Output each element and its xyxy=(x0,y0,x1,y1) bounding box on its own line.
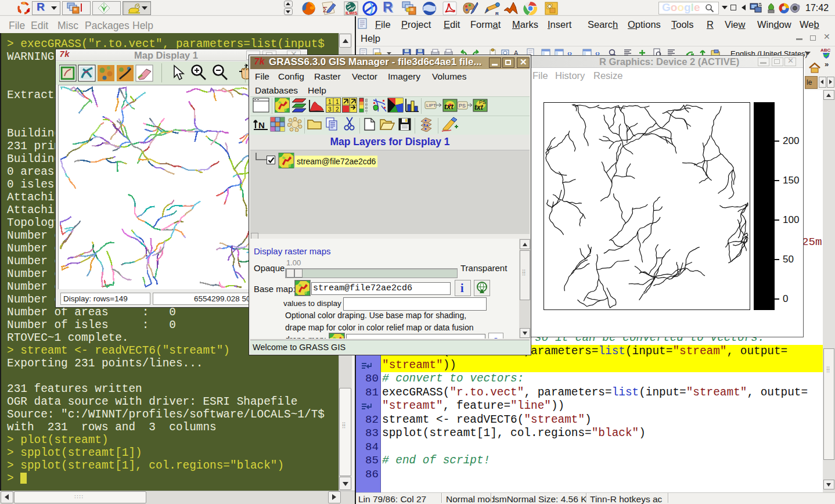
svg-text:LIPT: LIPT xyxy=(426,103,436,108)
svg-text:N: N xyxy=(258,120,265,130)
svg-text:txt: txt xyxy=(444,102,454,111)
svg-text:1: 1 xyxy=(336,99,339,105)
svg-text:R: R xyxy=(495,11,499,16)
svg-text:3: 3 xyxy=(328,106,332,113)
svg-text:1: 1 xyxy=(328,99,332,105)
svg-text:ILWIS: ILWIS xyxy=(345,10,357,16)
svg-text:PS: PS xyxy=(459,103,466,109)
svg-text:txt: txt xyxy=(474,103,484,111)
svg-text:2: 2 xyxy=(336,106,339,113)
